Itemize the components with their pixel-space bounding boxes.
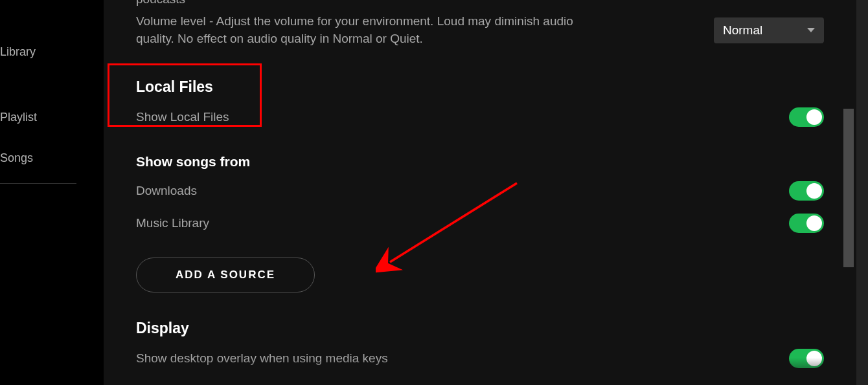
scrollbar-thumb[interactable] (843, 109, 854, 267)
sidebar-item-playlist[interactable]: Playlist (0, 104, 104, 131)
volume-selected-value: Normal (723, 23, 762, 38)
source-music-library-label: Music Library (136, 215, 209, 232)
source-downloads-row: Downloads (136, 181, 824, 201)
local-files-section: Local Files Show Local Files (136, 78, 824, 127)
show-local-files-label: Show Local Files (136, 109, 229, 126)
volume-level-row: Volume level - Adjust the volume for you… (136, 13, 824, 47)
chevron-down-icon (807, 28, 815, 32)
volume-level-select[interactable]: Normal (714, 17, 824, 43)
settings-panel: podcasts Volume level - Adjust the volum… (104, 0, 856, 385)
volume-description: Volume level - Adjust the volume for you… (136, 13, 589, 47)
show-local-files-toggle[interactable] (789, 107, 824, 127)
sidebar: Library Playlist Songs (0, 0, 104, 385)
source-music-library-toggle[interactable] (789, 214, 824, 233)
scrollbar-track[interactable] (843, 0, 854, 385)
show-songs-from-title: Show songs from (136, 154, 824, 170)
podcasts-row-partial: podcasts (136, 0, 824, 6)
source-music-library-row: Music Library (136, 214, 824, 233)
sidebar-item-songs[interactable]: Songs (0, 145, 104, 171)
window-edge (856, 0, 868, 385)
sidebar-item-library[interactable]: Library (0, 39, 104, 65)
show-local-files-row: Show Local Files (136, 107, 824, 127)
bottom-gradient (104, 358, 856, 385)
source-downloads-toggle[interactable] (789, 181, 824, 201)
local-files-title: Local Files (136, 78, 824, 96)
sidebar-divider (0, 183, 76, 184)
source-downloads-label: Downloads (136, 182, 197, 200)
add-source-button[interactable]: ADD A SOURCE (136, 258, 315, 292)
display-title: Display (136, 320, 824, 337)
